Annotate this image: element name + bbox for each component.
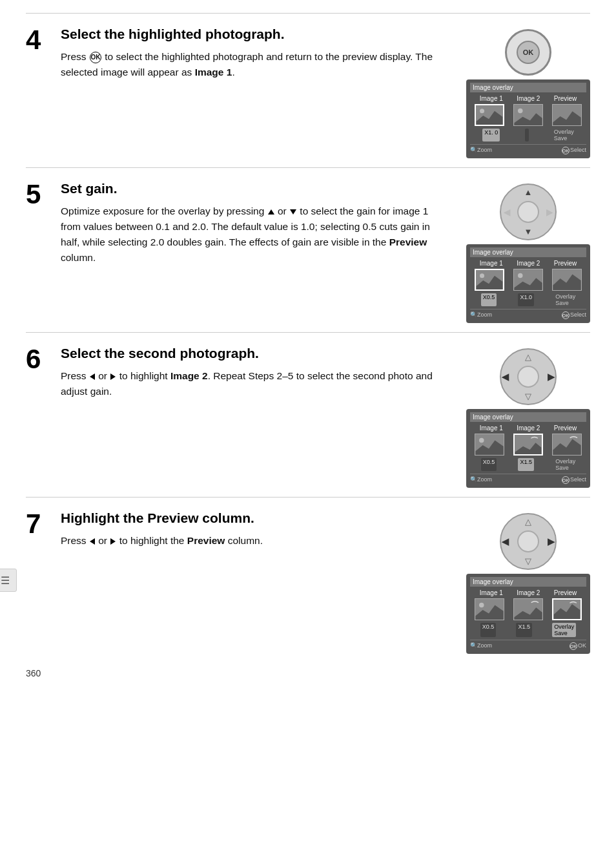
step-6-row: 6 Select the second photograph. Press or… xyxy=(26,332,590,497)
val-img2-5: X1.0 xyxy=(518,293,534,306)
col-image2-7: Image 2 xyxy=(517,589,540,596)
cam-panel-title-4: Image overlay xyxy=(470,83,586,92)
val-img1-6: X0.5 xyxy=(481,458,497,471)
cam-values-row-4: X1. 0 OverlaySave xyxy=(470,129,586,142)
triangle-down-icon-5 xyxy=(290,209,296,215)
cam-thumb-img2-5 xyxy=(513,269,543,291)
step-6-cam-panel: Image overlay Image 1 Image 2 Preview xyxy=(466,409,590,488)
step-7-title: Highlight the Preview column. xyxy=(61,509,435,527)
step-5-images: ▲ ▼ ◀ ▶ Image overlay Image 1 Image 2 Pr… xyxy=(442,180,590,323)
cam-footer-zoom-4: 🔍Zoom xyxy=(470,147,492,154)
svg-point-1 xyxy=(480,109,484,113)
page-number: 360 xyxy=(26,668,41,678)
cam-footer-zoom-5: 🔍Zoom xyxy=(470,311,492,319)
arrow-right-icon-7 xyxy=(110,538,116,545)
dpad-lr-graphic-7: ◀ ▶ △ ▽ xyxy=(500,513,557,570)
cam-footer-ok-7: OKOK xyxy=(569,642,586,650)
cam-thumb-preview-7 xyxy=(552,598,582,620)
step-6-title: Select the second photograph. xyxy=(61,344,435,362)
cam-images-row-6 xyxy=(470,434,586,456)
cam-images-row-4 xyxy=(470,104,586,126)
triangle-up-icon-5 xyxy=(268,209,274,215)
cam-footer-4: 🔍Zoom OKSelect xyxy=(470,144,586,154)
col-image1-4: Image 1 xyxy=(480,95,503,102)
val-img2-7: X1.5 xyxy=(516,623,532,637)
val-img1-4: X1. 0 xyxy=(482,129,500,142)
step-6-content: Select the second photograph. Press or t… xyxy=(61,344,442,488)
col-image2-5: Image 2 xyxy=(517,260,540,267)
step-5-body: Optimize exposure for the overlay by pre… xyxy=(61,204,435,266)
val-img2-4 xyxy=(525,129,529,142)
svg-point-8 xyxy=(518,273,523,278)
svg-point-3 xyxy=(518,109,523,114)
step-6-body: Press or to highlight Image 2. Repeat St… xyxy=(61,368,435,399)
step-7-cam-panel: Image overlay Image 1 Image 2 Preview xyxy=(466,574,590,654)
cam-footer-zoom-7: 🔍Zoom xyxy=(470,642,492,650)
step-6-number: 6 xyxy=(26,344,61,488)
col-image1-7: Image 1 xyxy=(480,589,503,596)
cam-col-headers-6: Image 1 Image 2 Preview xyxy=(470,424,586,432)
cam-thumb-img1-5 xyxy=(475,269,504,291)
dpad-down-icon-5: ▼ xyxy=(524,227,533,236)
dpad-lr-right-icon-7: ▶ xyxy=(548,536,555,547)
val-img1-7: X0.5 xyxy=(480,623,497,637)
step-7-content: Highlight the Preview column. Press or t… xyxy=(61,509,442,654)
dpad-lr-down-icon-6: ▽ xyxy=(525,392,531,401)
col-image1-6: Image 1 xyxy=(480,424,503,432)
step-4-number: 4 xyxy=(26,25,61,158)
cam-panel-title-6: Image overlay xyxy=(470,412,586,422)
step-5-content: Set gain. Optimize exposure for the over… xyxy=(61,180,442,323)
cam-values-row-6: X0.5 X1.5 OverlaySave xyxy=(470,458,586,471)
cam-images-row-7 xyxy=(470,598,586,620)
cam-images-row-5 xyxy=(470,269,586,291)
dpad-lr-up-icon-6: △ xyxy=(525,352,531,362)
cam-footer-5: 🔍Zoom OKSelect xyxy=(470,309,586,319)
ok-circle-icon: OK xyxy=(90,52,101,63)
cam-footer-6: 🔍Zoom OKSelect xyxy=(470,474,586,484)
step-7-number: 7 xyxy=(26,509,61,654)
dpad-lr-left-icon-6: ◀ xyxy=(502,372,509,382)
dpad-lr-right-icon-6: ▶ xyxy=(548,372,555,382)
cam-footer-select-5: OKSelect xyxy=(561,311,586,319)
col-preview-7: Preview xyxy=(554,589,577,596)
arrow-right-icon-6 xyxy=(110,373,116,380)
cam-footer-select-4: OKSelect xyxy=(561,147,586,154)
col-image2-4: Image 2 xyxy=(517,95,540,102)
cam-thumb-img1-6 xyxy=(475,434,504,456)
cam-values-row-5: X0.5 X1.0 OverlaySave xyxy=(470,293,586,306)
dpad-lr-up-icon-7: △ xyxy=(525,517,531,527)
step-5-title: Set gain. xyxy=(61,180,435,197)
step-7-body: Press or to highlight the Preview column… xyxy=(61,533,435,549)
note-icon: ☰ xyxy=(0,569,17,592)
val-overlay-6: OverlaySave xyxy=(555,458,575,471)
cam-panel-title-5: Image overlay xyxy=(470,247,586,257)
step-4-cam-panel: Image overlay Image 1 Image 2 Preview xyxy=(466,79,590,158)
cam-thumb-preview-5 xyxy=(552,269,582,291)
dpad-lr-graphic-6: ◀ ▶ △ ▽ xyxy=(500,348,557,405)
svg-point-6 xyxy=(480,273,484,278)
cam-thumb-img1-7 xyxy=(475,598,504,620)
step-5-cam-panel: Image overlay Image 1 Image 2 Preview xyxy=(466,244,590,323)
step-7-images: ◀ ▶ △ ▽ Image overlay Image 1 Image 2 Pr… xyxy=(442,509,590,654)
dpad-left-icon-5: ◀ xyxy=(504,207,510,217)
cam-footer-select-6: OKSelect xyxy=(561,476,586,484)
cam-footer-7: 🔍Zoom OKOK xyxy=(470,640,586,650)
step-6-images: ◀ ▶ △ ▽ Image overlay Image 1 Image 2 Pr… xyxy=(442,344,590,488)
cam-col-headers-5: Image 1 Image 2 Preview xyxy=(470,260,586,267)
cam-thumb-preview-6 xyxy=(552,434,582,456)
cam-col-headers-4: Image 1 Image 2 Preview xyxy=(470,95,586,102)
cam-thumb-img1-4 xyxy=(475,104,504,126)
col-preview-6: Preview xyxy=(554,424,577,432)
cam-col-headers-7: Image 1 Image 2 Preview xyxy=(470,589,586,596)
dpad-right-icon-5: ▶ xyxy=(546,207,553,217)
arrow-left-icon-7 xyxy=(90,538,95,545)
dpad-lr-down-icon-7: ▽ xyxy=(525,556,531,566)
col-image2-6: Image 2 xyxy=(517,424,540,432)
step-5-number: 5 xyxy=(26,180,61,323)
cam-thumb-img2-7 xyxy=(513,598,543,620)
col-image1-5: Image 1 xyxy=(480,260,503,267)
svg-point-11 xyxy=(479,438,484,443)
dpad-ud-graphic-5: ▲ ▼ ◀ ▶ xyxy=(500,183,557,240)
step-4-images: OK Image overlay Image 1 Image 2 Preview xyxy=(442,25,590,158)
step-4-row: 4 Select the highlighted photograph. Pre… xyxy=(26,13,590,167)
